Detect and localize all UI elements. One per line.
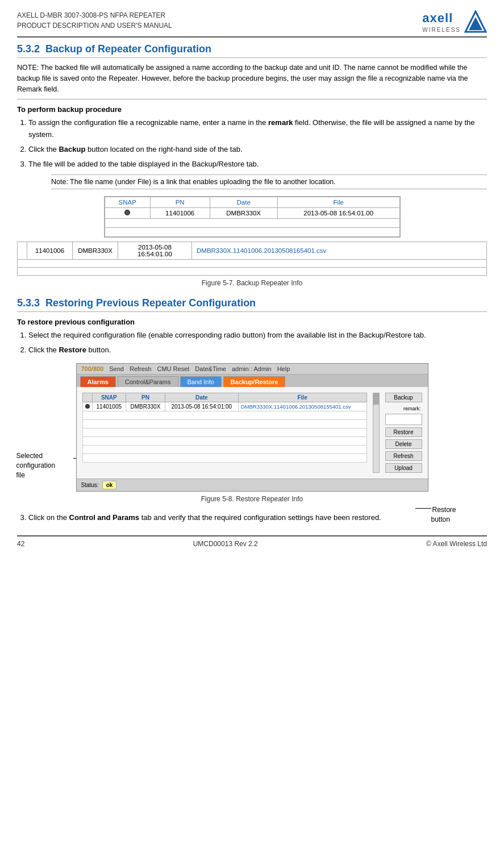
col-snap: SNAP: [105, 197, 150, 208]
topbar-refresh: Refresh: [130, 365, 152, 372]
figure-5-8-container: Selected configuration file Restore butt…: [76, 363, 428, 492]
ui-remark-label: remark:: [385, 406, 422, 411]
restore-procedure-label: To restore previous configuration: [17, 318, 487, 326]
ui-table-row: [82, 420, 366, 428]
col-pn: PN: [150, 197, 210, 208]
ui-screenshot: 700/800 Send Refresh CMU Reset Date&Time…: [76, 363, 428, 492]
section-532-heading: 5.3.2 Backup of Repeater Configuration: [17, 43, 487, 58]
tab-backup-restore[interactable]: Backup/Restore: [223, 376, 286, 387]
restore-step-1: Select the required configuration file (…: [28, 330, 487, 342]
annotation-restore-button: Restore button: [431, 505, 482, 525]
ui-table-row: [82, 411, 366, 420]
topbar-help: Help: [277, 365, 290, 372]
restore-bold: Restore: [59, 346, 86, 354]
radio-selected-icon: [124, 210, 130, 215]
empty-row: [18, 260, 487, 268]
footer-page-number: 42: [17, 540, 24, 548]
ui-table-row: [82, 437, 366, 446]
topbar-cmu-reset: CMU Reset: [157, 365, 190, 372]
section-533-heading: 5.3.3 Restoring Previous Repeater Config…: [17, 297, 487, 312]
page-header: AXELL D-MBR 3007-3008-PS NFPA REPEATER P…: [17, 10, 487, 38]
col-file: File: [277, 197, 399, 208]
footer-copyright: © Axell Wireless Ltd: [426, 540, 487, 548]
restore-step-2: Click the Restore button.: [28, 344, 487, 356]
ui-refresh-button[interactable]: Refresh: [385, 451, 422, 461]
ui-table-area: SNAP PN Date File 11401005: [82, 393, 367, 473]
header-logo: axell WIRELESS: [422, 10, 487, 33]
topbar-send: Send: [109, 365, 124, 372]
ui-restore-button[interactable]: Restore: [385, 427, 422, 437]
figure-5-8: Selected configuration file Restore butt…: [17, 363, 487, 503]
footer-center: UMCD00013 Rev 2.2: [193, 540, 258, 548]
ui-status-bar: Status: ok: [77, 479, 428, 491]
restore-step3-list: Click on the Control and Params tab and …: [28, 512, 487, 524]
ui-main-content: SNAP PN Date File 11401005: [77, 387, 428, 479]
annotation-line-right: [415, 508, 431, 509]
section-532-note: NOTE: The backed file will automatically…: [17, 63, 487, 99]
ui-table-row-selected: 11401005 DMBR330X 2013-05-08 16:54:01:00…: [82, 402, 366, 411]
topbar-datetime: Date&Time: [195, 365, 226, 372]
axell-logo-icon: [464, 10, 487, 33]
ui-table-row: [82, 454, 366, 463]
file-row: 11401006 DMBR330X 2013-05-08 16:54:01.00…: [18, 242, 487, 260]
table-row: 11401006 DMBR330X 2013-05-08 16:54:01.00: [105, 208, 399, 219]
ui-nav-tabs: Alarms Control&Params Band Info Backup/R…: [77, 375, 428, 387]
ui-table-row: [82, 446, 366, 454]
topbar-admin: admin : Admin: [232, 365, 272, 372]
ui-config-table: SNAP PN Date File 11401005: [82, 393, 367, 463]
table-row: [105, 228, 399, 237]
ui-backup-button[interactable]: Backup: [385, 393, 422, 402]
backup-step-2: Click the Backup button located on the r…: [28, 144, 487, 156]
ui-col-file: File: [238, 393, 366, 402]
page-footer: 42 UMCD00013 Rev 2.2 © Axell Wireless Lt…: [17, 535, 487, 548]
ui-action-buttons: Backup remark: Restore Delete Refresh Up…: [385, 393, 422, 473]
ui-col-date: Date: [165, 393, 238, 402]
empty-row: [18, 268, 487, 276]
tab-alarms[interactable]: Alarms: [80, 376, 116, 387]
remark-bold: remark: [268, 118, 293, 127]
restore-steps-list: Select the required configuration file (…: [28, 330, 487, 356]
backup-bold: Backup: [59, 145, 85, 153]
status-label: Status:: [81, 482, 99, 488]
backup-step-3: The file will be added to the table disp…: [28, 159, 487, 170]
col-date: Date: [210, 197, 277, 208]
backup-file-table: 11401006 DMBR330X 2013-05-08 16:54:01.00…: [17, 242, 487, 276]
backup-procedure-label: To perform backup procedure: [17, 105, 487, 114]
backup-table-wrapper: SNAP PN Date File 11401006 DMBR330X 2013…: [104, 196, 401, 238]
backup-note2: Note: The file name (under File) is a li…: [51, 174, 487, 189]
backup-steps-list: To assign the configuration file a recog…: [28, 117, 487, 170]
annotation-selected-config: Selected configuration file: [16, 451, 73, 480]
ui-col-pn: PN: [126, 393, 165, 402]
ui-col-snap: SNAP: [92, 393, 126, 402]
topbar-frequency: 700/800: [81, 365, 104, 372]
ui-radio-selected: [85, 404, 90, 409]
figure-5-8-caption: Figure 5-8. Restore Repeater Info: [17, 495, 487, 503]
tab-band-info[interactable]: Band Info: [180, 376, 222, 387]
restore-step-3: Click on the Control and Params tab and …: [28, 512, 487, 524]
figure-5-7: SNAP PN Date File 11401006 DMBR330X 2013…: [17, 196, 487, 287]
ui-upload-button[interactable]: Upload: [385, 463, 422, 473]
backup-table: SNAP PN Date File 11401006 DMBR330X 2013…: [105, 197, 400, 237]
ui-scrollbar-thumb: [373, 393, 379, 405]
figure-5-7-caption: Figure 5-7. Backup Repeater Info: [17, 279, 487, 287]
control-params-bold: Control and Params: [69, 513, 140, 522]
ui-table-row: [82, 428, 366, 437]
ui-remark-input[interactable]: [385, 414, 422, 425]
status-value: ok: [102, 481, 117, 489]
ui-topbar: 700/800 Send Refresh CMU Reset Date&Time…: [77, 364, 428, 375]
tab-control-params[interactable]: Control&Params: [118, 376, 178, 387]
header-text: AXELL D-MBR 3007-3008-PS NFPA REPEATER P…: [17, 10, 172, 31]
table-row: [105, 219, 399, 228]
backup-step-1: To assign the configuration file a recog…: [28, 117, 487, 141]
ui-delete-button[interactable]: Delete: [385, 439, 422, 449]
ui-scrollbar[interactable]: [373, 393, 380, 473]
